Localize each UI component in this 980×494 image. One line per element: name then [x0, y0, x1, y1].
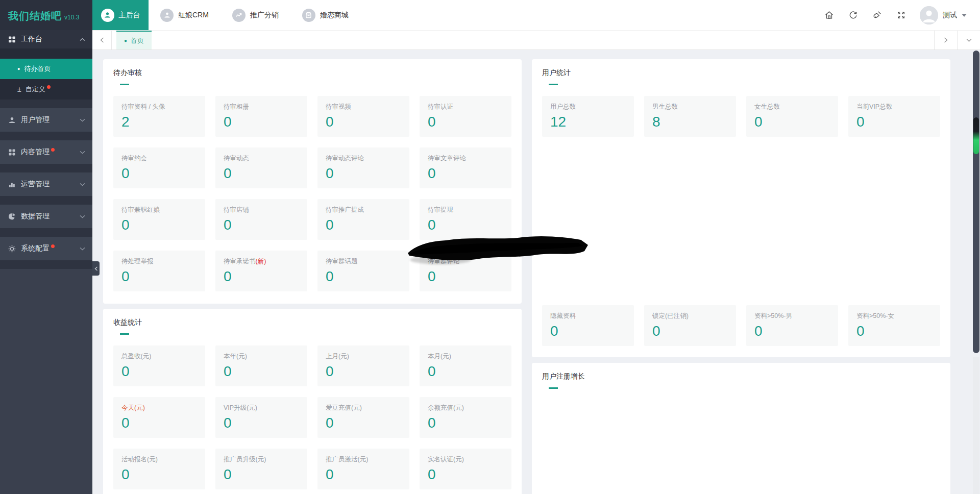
stat-card-value: 0 [326, 269, 404, 284]
content-grid-icon [8, 149, 16, 156]
stat-card: 推广员激活(元) 0 [317, 449, 409, 489]
stat-card-label: 待处理举报 [121, 257, 200, 266]
stat-card: 待审相册 0 [215, 96, 307, 137]
sidebar-collapse-handle[interactable] [92, 261, 100, 276]
sidebar-item-system-config[interactable]: 系统配置 [0, 237, 92, 260]
sidebar-item-label: 待办首页 [24, 64, 51, 73]
sidebar-item-todo-home[interactable]: ● 待办首页 [0, 59, 92, 79]
stat-card-label: 实名认证(元) [428, 455, 506, 464]
sidebar-item-label: 内容管理 [21, 147, 50, 157]
stat-card-value: 0 [224, 364, 302, 379]
stat-card-value: 0 [428, 416, 506, 430]
revenue-cards: 总盈收(元) 0 本年(元) 0 上月(元) 0 本月(元) 0 今天(元) 0… [113, 345, 511, 489]
chevron-down-icon [80, 215, 85, 218]
panel-user-stats: 用户统计 用户总数 12 男生总数 8 女生总数 0 当前VIP总数 0 隐藏资… [532, 59, 950, 357]
gear-icon [8, 245, 16, 253]
stat-card-value: 0 [326, 166, 404, 181]
stat-card-label: 本月(元) [428, 352, 506, 361]
bullet-icon: ● [17, 66, 20, 71]
chevron-down-icon [80, 183, 85, 186]
stat-card-value: 0 [121, 416, 200, 430]
stat-card-label: VIP升级(元) [224, 404, 302, 412]
sidebar-item-operations-management[interactable]: 运营管理 [0, 172, 92, 196]
pie-chart-icon [8, 213, 16, 220]
stat-card-label: 推广员激活(元) [326, 455, 404, 464]
stat-card-label: 资料>50%-女 [856, 312, 935, 320]
stat-card-label: 待审文章评论 [428, 154, 506, 163]
stat-card-label: 待审承诺书(新) [224, 257, 302, 266]
scrollbar-thumb[interactable] [973, 117, 979, 154]
stat-card-value: 0 [856, 115, 935, 129]
redaction-scribble [405, 229, 591, 270]
scrollbar-lower-track[interactable] [973, 357, 979, 494]
stat-card: 上月(元) 0 [317, 345, 409, 386]
caret-down-icon [962, 14, 967, 17]
stat-card-label: 待审相册 [224, 103, 302, 111]
tab-home[interactable]: ● 首页 [116, 31, 152, 50]
sidebar-item-data-management[interactable]: 数据管理 [0, 205, 92, 228]
nav-tab-promotion-distribution[interactable]: 推广分销 [220, 0, 290, 30]
nav-tab-label: 主后台 [119, 11, 140, 20]
active-tab-dot-icon: ● [124, 38, 127, 43]
clear-cache-brush-icon[interactable] [872, 10, 882, 20]
stat-card-value: 0 [121, 218, 200, 232]
stat-card: 待审约会 0 [113, 147, 205, 188]
stat-card-value: 0 [428, 166, 506, 181]
stat-card-value: 12 [550, 115, 629, 129]
trend-chart-icon [232, 9, 246, 22]
sidebar-item-content-management[interactable]: 内容管理 [0, 140, 92, 164]
stat-card-label: 上月(元) [326, 352, 404, 361]
chevron-down-icon [80, 151, 85, 154]
avatar [920, 6, 938, 24]
sidebar-section-workspace[interactable]: 工作台 [0, 30, 92, 48]
stat-card: VIP升级(元) 0 [215, 397, 307, 438]
notification-dot [51, 244, 55, 248]
stat-card: 资料>50%-女 0 [848, 305, 940, 346]
tabs-scroll-right-button[interactable] [934, 31, 957, 50]
stat-card: 推广员升级(元) 0 [215, 449, 307, 489]
stat-card-value: 0 [224, 115, 302, 129]
chevron-down-icon [80, 247, 85, 251]
stat-card: 锁定(已注销) 0 [644, 305, 736, 346]
sidebar-item-user-management[interactable]: 用户管理 [0, 108, 92, 132]
app-version: v10.3 [64, 14, 79, 21]
title-underline [120, 333, 129, 335]
tabs-scroll-left-button[interactable] [92, 31, 112, 50]
stat-card: 余额充值(元) 0 [420, 397, 511, 438]
stat-card-value: 0 [121, 269, 200, 284]
stat-card: 实名认证(元) 0 [420, 449, 511, 489]
nav-tab-marriage-mall[interactable]: 婚恋商城 [290, 0, 360, 30]
tabs-menu-button[interactable] [957, 31, 980, 50]
nav-tab-label: 婚恋商城 [320, 11, 349, 20]
stat-card-value: 0 [428, 364, 506, 379]
stat-card-value: 8 [652, 115, 731, 129]
stat-card: 用户总数 12 [542, 96, 634, 137]
nav-tab-label: 推广分销 [250, 11, 279, 20]
refresh-icon[interactable] [848, 10, 858, 20]
stat-card-label: 待审推广提成 [326, 206, 404, 214]
stat-card-value: 2 [121, 115, 200, 129]
stat-card-label: 女生总数 [754, 103, 833, 111]
stat-card-label: 待审动态 [224, 154, 302, 163]
stat-card-value: 0 [428, 115, 506, 129]
header-actions: 测试 [824, 0, 980, 30]
scrollbar-track[interactable] [973, 51, 979, 353]
fullscreen-icon[interactable] [896, 10, 906, 20]
sidebar-item-custom[interactable]: ± 自定义 [0, 79, 92, 100]
stat-card-value: 0 [754, 115, 833, 129]
stat-card-label: 隐藏资料 [550, 312, 629, 320]
stat-card: 当前VIP总数 0 [848, 96, 940, 137]
home-icon[interactable] [824, 10, 834, 20]
stat-card-label: 活动报名(元) [121, 455, 200, 464]
stat-card: 待审动态评论 0 [317, 147, 409, 188]
nav-tab-main-backend[interactable]: 主后台 [92, 0, 149, 30]
sidebar-item-label: 自定义 [26, 85, 45, 94]
stat-card-label: 推广员升级(元) [224, 455, 302, 464]
stat-card-value: 0 [326, 115, 404, 129]
chevron-down-icon [80, 118, 85, 122]
sidebar-fill [0, 269, 92, 494]
stat-card: 待审文章评论 0 [420, 147, 511, 188]
nav-tab-matchmaker-crm[interactable]: 红娘CRM [149, 0, 220, 30]
user-menu[interactable]: 测试 [920, 6, 967, 24]
stat-card: 总盈收(元) 0 [113, 345, 205, 386]
